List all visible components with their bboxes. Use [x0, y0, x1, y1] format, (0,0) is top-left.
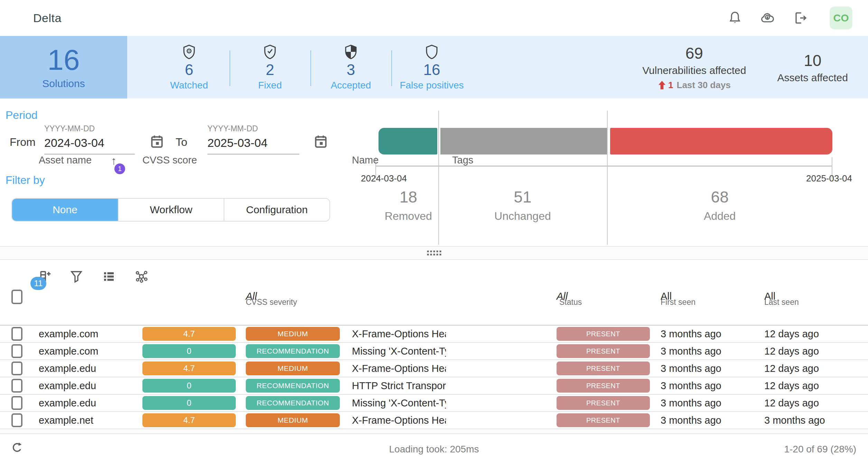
to-date-input[interactable]: YYYY-MM-DD 2025-03-04 — [207, 124, 299, 154]
logout-icon[interactable] — [792, 10, 808, 26]
from-label: From — [10, 136, 36, 149]
affected-stats: 69 Vulnerabilities affected 1 Last 30 da… — [642, 36, 868, 98]
row-select-cell — [0, 413, 33, 427]
stat-tile-solutions[interactable]: 16 Solutions — [0, 36, 127, 98]
cvss-score-badge: 4.7 — [142, 413, 236, 427]
chart-end-date-label: 2025-03-04 — [806, 173, 852, 184]
notifications-bell-icon[interactable] — [727, 10, 743, 26]
table-row[interactable]: example.edu 4.7 MEDIUM X-Frame-Options H… — [0, 360, 868, 377]
column-header-spacer — [0, 309, 33, 325]
asset-name-cell: example.net — [33, 415, 142, 426]
cvss-score-cell: 0 — [142, 396, 242, 410]
select-all-checkbox[interactable] — [11, 290, 22, 304]
cvss-severity-cell: MEDIUM — [242, 413, 346, 427]
cvss-severity-cell: RECOMMENDATION — [242, 396, 346, 410]
row-checkbox[interactable] — [11, 379, 22, 393]
column-header-cvss-severity[interactable]: CVSS severity All — [242, 293, 346, 309]
asset-name-cell: example.edu — [33, 397, 142, 409]
last-seen-cell: 12 days ago — [757, 397, 868, 409]
table-row[interactable]: example.net 4.7 MEDIUM X-Frame-Options H… — [0, 412, 868, 429]
status-badge: PRESENT — [557, 344, 650, 358]
row-checkbox[interactable] — [11, 413, 22, 427]
table-row[interactable]: example.edu 0 RECOMMENDATION Missing 'X-… — [0, 395, 868, 412]
cvss-severity-cell: RECOMMENDATION — [242, 344, 346, 358]
cvss-severity-badge: MEDIUM — [246, 327, 340, 341]
column-header-name[interactable]: Name — [346, 293, 446, 309]
row-select-cell — [0, 327, 33, 341]
delta-chart-bars — [379, 128, 832, 154]
splitter-grip-icon[interactable] — [427, 251, 441, 255]
loading-time-text: Loading took: 205ms — [0, 444, 868, 455]
assets-affected-count: 10 — [804, 51, 821, 70]
last-seen-filter-value[interactable]: All — [764, 291, 775, 302]
false-positives-label: False positives — [400, 80, 464, 91]
row-checkbox[interactable] — [11, 396, 22, 410]
sort-priority-badge: 1 — [114, 163, 125, 174]
stat-tile-fixed[interactable]: 2 Fixed — [230, 36, 310, 98]
shield-half-icon — [344, 44, 358, 60]
vulnerability-name-cell: X-Frame-Options Hea... — [346, 363, 446, 374]
column-header-first-seen[interactable]: First seen All — [653, 293, 757, 309]
from-date-placeholder: YYYY-MM-DD — [44, 124, 135, 133]
stat-tile-false-positives[interactable]: 16 False positives — [391, 36, 472, 98]
cvss-severity-cell: RECOMMENDATION — [242, 379, 346, 393]
vulnerabilities-affected-label: Vulnerabilities affected — [642, 65, 746, 76]
fixed-count: 2 — [266, 61, 274, 78]
first-seen-cell: 3 months ago — [653, 346, 757, 357]
cvss-severity-badge: MEDIUM — [246, 413, 340, 427]
shield-check-icon — [263, 44, 277, 60]
row-select-cell — [0, 344, 33, 358]
table-body: example.com 4.7 MEDIUM X-Frame-Options H… — [0, 326, 868, 429]
delta-bar-unchanged — [440, 128, 607, 154]
row-checkbox[interactable] — [11, 344, 22, 358]
filter-option-configuration[interactable]: Configuration — [224, 199, 329, 221]
solutions-label: Solutions — [42, 78, 85, 90]
first-seen-cell: 3 months ago — [653, 328, 757, 340]
asset-name-cell: example.edu — [33, 363, 142, 374]
user-avatar[interactable]: CO — [830, 7, 852, 29]
stat-tile-watched[interactable]: 6 Watched — [149, 36, 230, 98]
delta-chart-counts: 18Removed51Unchanged68Added — [379, 188, 832, 223]
first-seen-filter-value[interactable]: All — [661, 291, 672, 302]
cvss-severity-cell: MEDIUM — [242, 327, 346, 341]
column-header-status[interactable]: Status All — [553, 293, 653, 309]
last-seen-cell: 3 months ago — [757, 415, 868, 426]
column-header-last-seen[interactable]: Last seen All — [757, 293, 868, 309]
column-header-asset-name[interactable]: Asset name↑1 — [33, 293, 142, 309]
cvss-severity-cell: MEDIUM — [242, 362, 346, 375]
vulnerability-name-cell: X-Frame-Options Hea... — [346, 328, 446, 340]
table-row[interactable]: example.edu 0 RECOMMENDATION HTTP Strict… — [0, 377, 868, 395]
stats-bar: 16 Solutions 6 Watched 2 Fixed — [0, 36, 868, 98]
from-calendar-icon[interactable] — [149, 134, 165, 149]
cvss-score-cell: 0 — [142, 344, 242, 358]
first-seen-cell: 3 months ago — [653, 363, 757, 374]
last-seen-cell: 12 days ago — [757, 363, 868, 374]
table-row[interactable]: example.com 4.7 MEDIUM X-Frame-Options H… — [0, 326, 868, 343]
assets-affected-stat: 10 Assets affected — [777, 51, 848, 84]
table-footer: Loading took: 205ms 1-20 of 69 (28%) — [0, 433, 868, 459]
row-checkbox[interactable] — [11, 327, 22, 341]
main-panel: Period From YYYY-MM-DD 2024-03-04 To YYY… — [0, 98, 868, 246]
from-date-input[interactable]: YYYY-MM-DD 2024-03-04 — [44, 124, 135, 154]
to-calendar-icon[interactable] — [313, 134, 328, 149]
status-filter-value[interactable]: All — [557, 291, 568, 302]
status-cell: PRESENT — [553, 344, 653, 358]
table-row[interactable]: example.com 0 RECOMMENDATION Missing 'X-… — [0, 343, 868, 360]
column-header-cvss-score[interactable]: CVSS score — [142, 293, 242, 309]
select-all-column — [0, 293, 33, 309]
cvss-severity-filter-value[interactable]: All — [246, 291, 257, 302]
status-badge: PRESENT — [557, 362, 650, 375]
row-checkbox[interactable] — [11, 362, 22, 375]
status-badge: PRESENT — [557, 396, 650, 410]
cvss-severity-badge: RECOMMENDATION — [246, 344, 340, 358]
panel-splitter[interactable] — [0, 246, 868, 260]
cloud-download-icon[interactable] — [760, 10, 775, 26]
sort-indicator[interactable]: ↑1 — [111, 154, 116, 167]
cvss-severity-badge: RECOMMENDATION — [246, 396, 340, 410]
accepted-label: Accepted — [331, 80, 371, 91]
stat-tile-accepted[interactable]: 3 Accepted — [310, 36, 391, 98]
row-select-cell — [0, 396, 33, 410]
column-header-tags[interactable]: Tags — [446, 293, 553, 309]
table-toolbar: 11 — [0, 260, 868, 293]
cvss-score-cell: 4.7 — [142, 327, 242, 341]
